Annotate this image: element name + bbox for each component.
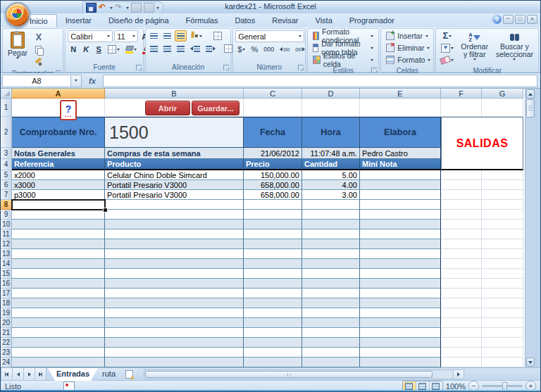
cell-E13[interactable] [360, 249, 441, 259]
row-header-4[interactable]: 4 [1, 159, 12, 170]
first-sheet-button[interactable] [1, 368, 13, 381]
tab-programador[interactable]: Programador [341, 14, 403, 27]
fill-color-button[interactable] [123, 44, 139, 55]
tab-vista[interactable]: Vista [307, 14, 341, 27]
cell-B8[interactable] [105, 200, 244, 210]
cell-B13[interactable] [105, 249, 244, 259]
cell-B21[interactable] [105, 328, 244, 338]
scroll-down-button[interactable] [526, 358, 535, 367]
cell-E11[interactable] [360, 229, 441, 239]
cell-E17[interactable] [360, 289, 441, 298]
cell-F21[interactable] [441, 328, 482, 338]
cell-F14[interactable] [441, 259, 482, 269]
cell-B20[interactable] [105, 318, 244, 328]
paste-dropdown-icon[interactable] [16, 57, 19, 59]
vertical-scroll-thumb[interactable] [526, 99, 535, 118]
borders-button[interactable] [106, 44, 122, 55]
comma-style-button[interactable]: 000 [261, 44, 276, 55]
cell-C19[interactable] [244, 308, 302, 318]
cell-D24[interactable] [302, 358, 360, 367]
cell-B9[interactable] [105, 210, 244, 220]
save-icon[interactable] [86, 3, 97, 13]
cell-F8[interactable] [441, 200, 482, 210]
cell-A2[interactable]: Comprobante Nro. [12, 117, 105, 148]
cell-F7[interactable] [441, 190, 482, 200]
cell-D8[interactable] [302, 200, 360, 210]
cell-B3[interactable]: Compras de esta semana [105, 148, 244, 159]
cell-C8[interactable] [244, 200, 302, 210]
cell-E2[interactable]: Elabora [360, 117, 441, 148]
align-center-button[interactable] [161, 43, 173, 54]
row-header-6[interactable]: 6 [1, 180, 12, 190]
cell-F6[interactable] [441, 180, 482, 190]
cell-C23[interactable] [244, 348, 302, 358]
row-header-11[interactable]: 11 [1, 229, 12, 239]
cell-A12[interactable] [12, 239, 105, 249]
cell-E20[interactable] [360, 318, 441, 328]
column-header-B[interactable]: B [105, 89, 244, 99]
cell-G16[interactable] [482, 279, 523, 289]
cell-G13[interactable] [482, 249, 523, 259]
cell-G15[interactable] [482, 269, 523, 279]
next-sheet-button[interactable] [24, 368, 35, 381]
vertical-scrollbar[interactable] [525, 89, 535, 367]
cell-D17[interactable] [302, 289, 360, 298]
row-header-14[interactable]: 14 [1, 259, 12, 269]
cell-D13[interactable] [302, 249, 360, 259]
cell-C7[interactable]: 658,000.00 [244, 190, 302, 200]
redo-dropdown-icon[interactable] [126, 7, 129, 9]
cell-G19[interactable] [482, 308, 523, 318]
cell-B22[interactable] [105, 338, 244, 348]
cell-D12[interactable] [302, 239, 360, 249]
align-middle-button[interactable] [161, 30, 173, 42]
dialog-launcher-icon[interactable] [298, 65, 304, 70]
tab-f-rmulas[interactable]: Fórmulas [178, 14, 227, 27]
cell-G1[interactable] [482, 99, 523, 117]
cell-A1[interactable] [12, 99, 105, 117]
cell-C4[interactable]: Precio [244, 159, 302, 170]
column-header-G[interactable]: G [482, 89, 523, 99]
cell-E15[interactable] [360, 269, 441, 279]
help-icon[interactable]: ? [492, 15, 502, 24]
cell-A19[interactable] [12, 308, 105, 318]
clear-button[interactable] [438, 54, 456, 65]
row-header-5[interactable]: 5 [1, 170, 12, 180]
cell-D7[interactable]: 3.00 [302, 190, 360, 200]
cell-C13[interactable] [244, 249, 302, 259]
italic-button[interactable]: K [80, 44, 92, 55]
cell-C12[interactable] [244, 239, 302, 249]
cell-C16[interactable] [244, 279, 302, 289]
cell-E14[interactable] [360, 259, 441, 269]
percent-button[interactable]: % [249, 44, 260, 55]
zoom-level[interactable]: 100% [446, 382, 466, 391]
cell-E24[interactable] [360, 358, 441, 367]
underline-button[interactable]: S [93, 44, 104, 55]
cell-B2[interactable]: 1500 [105, 117, 244, 148]
row-header-3[interactable]: 3 [1, 148, 12, 159]
dialog-launcher-icon[interactable] [223, 65, 229, 70]
minimize-button[interactable]: − [503, 15, 514, 24]
selected-cell-A8[interactable] [11, 199, 106, 210]
cell-C17[interactable] [244, 289, 302, 298]
scroll-right-button[interactable] [454, 369, 464, 379]
sheet-tab-ruta[interactable]: ruta [94, 368, 124, 381]
cell-A9[interactable] [12, 210, 105, 220]
cell-F13[interactable] [441, 249, 482, 259]
cell-G11[interactable] [482, 229, 523, 239]
cell-D23[interactable] [302, 348, 360, 358]
redo-icon[interactable]: ↷ [115, 4, 124, 12]
tab-datos[interactable]: Datos [226, 14, 263, 27]
row-header-1[interactable]: 1 [1, 99, 12, 117]
cell-G24[interactable] [482, 358, 523, 367]
tab-revisar[interactable]: Revisar [263, 14, 306, 27]
autosum-button[interactable]: Σ [438, 30, 456, 42]
cell-F22[interactable] [441, 338, 482, 348]
cell-D19[interactable] [302, 308, 360, 318]
column-header-D[interactable]: D [302, 89, 360, 99]
copy-button[interactable] [32, 44, 45, 56]
decrease-decimal-button[interactable]: 00 [293, 44, 307, 55]
cell-F1[interactable] [441, 99, 482, 117]
cell-A16[interactable] [12, 279, 105, 289]
cell-B15[interactable] [105, 269, 244, 279]
cell-D21[interactable] [302, 328, 360, 338]
